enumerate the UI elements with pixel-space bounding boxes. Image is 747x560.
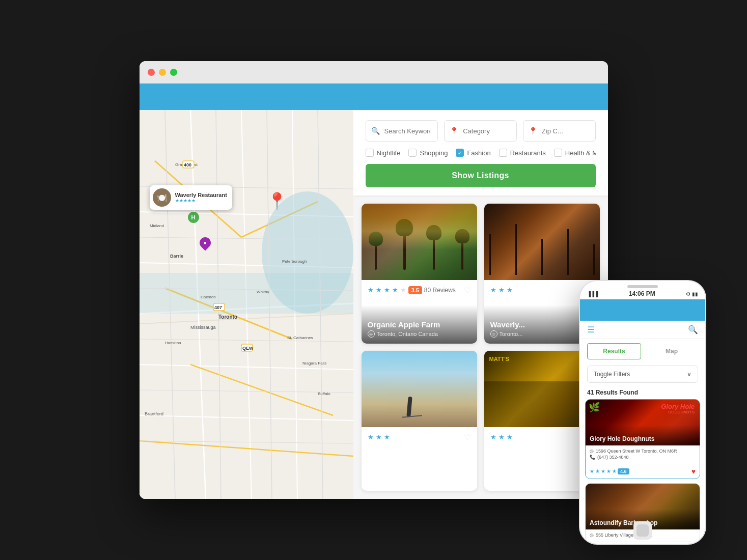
map-pin-purple[interactable]: ■ [200,237,211,248]
phone-tabs: Results Map [580,339,705,363]
filter-row: Nightlife Shopping ✓ Fashion Restaurants [366,149,596,157]
tab-results[interactable]: Results [587,343,641,359]
minimize-button[interactable] [159,69,166,76]
svg-text:Brantford: Brantford [145,411,163,416]
listing-title-apple-farm: Organic Apple Farm [368,320,471,329]
main-content: Gravenhurst Midland Barrie Caledon Toron… [140,110,608,499]
filter-fashion[interactable]: ✓ Fashion [456,149,490,157]
star-icon-empty: ★ [400,286,406,294]
app-header-bar [140,83,608,110]
star-icon: ★ [392,286,398,294]
svg-text:Niagara Falls: Niagara Falls [302,361,326,366]
star-icon: ★ [490,286,496,294]
filter-health-label: Health & Med... [565,149,596,157]
phone-star-icon: ★ [595,468,600,474]
phone-nav: ☰ 🔍 [580,321,705,339]
zip-input-wrapper: 📍 [523,120,596,142]
tab-map[interactable]: Map [645,343,698,359]
hamburger-icon[interactable]: ☰ [587,325,594,334]
svg-rect-18 [140,273,353,314]
phone-icon: 📞 [590,455,595,460]
star-icon: ★ [499,286,505,294]
close-button[interactable] [148,69,155,76]
map-svg: Gravenhurst Midland Barrie Caledon Toron… [140,110,353,499]
phone-listing-card-glory[interactable]: Glory Hole DOUGHNUTS 🌿 Glory Hole Doughn… [585,399,700,479]
svg-text:Hamilton: Hamilton [165,341,181,345]
listing-footer-bike: ★ ★ ★ ♡ [362,427,477,447]
filter-nightlife[interactable]: Nightlife [366,149,401,157]
filter-fashion-checkbox[interactable]: ✓ [456,149,464,157]
phone-time: 14:06 PM [629,290,655,297]
phone-search-icon[interactable]: 🔍 [688,325,698,334]
right-panel: 🔍 📍 📍 Nightlife [353,110,608,499]
rating-badge: 3.5 [408,286,422,294]
map-popup: 🍽️ Waverly Restaurant ★★★★★ [150,185,232,210]
heart-icon[interactable]: ♡ [464,432,471,442]
show-listings-button[interactable]: Show Listings [366,164,596,187]
keyword-input-wrapper: 🔍 [366,120,438,142]
phone-star-icon: ★ [590,468,594,474]
map-popup-info: Waverly Restaurant ★★★★★ [175,192,227,203]
filter-nightlife-label: Nightlife [377,149,401,157]
phone-listing-title-glory: Glory Hole Doughnuts [590,435,696,442]
listing-image-apple-farm [362,204,477,280]
phone-star-icon: ★ [606,468,611,474]
star-icon: ★ [499,433,505,441]
star-icon: ★ [368,433,374,441]
phone-status-bar: ▐▐▐ 14:06 PM ⚙ ▮▮ [580,288,705,299]
listing-stars-apple-farm: ★ ★ ★ ★ ★ 3.5 80 Reviews [368,286,456,294]
filter-nightlife-checkbox[interactable] [366,149,374,157]
svg-text:Caledon: Caledon [201,295,216,299]
phone-star-icon: ★ [612,468,617,474]
star-icon: ★ [384,286,390,294]
search-row: 🔍 📍 📍 [366,120,596,142]
filter-restaurants-checkbox[interactable] [499,149,507,157]
svg-text:Buffalo: Buffalo [318,391,330,396]
star-icon: ★ [384,433,390,441]
search-icon: 🔍 [371,127,380,135]
filter-restaurants[interactable]: Restaurants [499,149,546,157]
mac-window: Gravenhurst Midland Barrie Caledon Toron… [140,61,608,499]
svg-text:407: 407 [214,305,222,310]
phone-header [580,299,705,321]
listing-card-bike[interactable]: ★ ★ ★ ♡ [362,351,477,491]
phone-listing-info-glory: ◎ 1596 Queen Street W Toronto, ON M6R 📞 … [586,445,700,464]
filter-health-checkbox[interactable] [554,149,562,157]
phone-listing-footer-glory: ★ ★ ★ ★ ★ 4.6 ♥ [586,464,700,479]
filter-restaurants-label: Restaurants [510,149,546,157]
results-count: 41 Results Found [580,387,705,399]
listing-card[interactable]: Organic Apple Farm ◎ Toronto, Ontario Ca… [362,204,477,344]
search-area: 🔍 📍 📍 Nightlife [353,110,608,195]
star-icon: ★ [368,286,374,294]
filter-shopping-checkbox[interactable] [408,149,417,157]
filter-health[interactable]: Health & Med... [554,149,596,157]
review-count: 80 Reviews [424,287,456,294]
heart-icon[interactable]: ♡ [464,285,471,295]
listing-image-waverly [484,204,600,280]
chevron-down-icon: ∨ [687,371,691,378]
svg-text:400: 400 [184,162,191,167]
map-pin-blue[interactable]: 📍 [267,191,287,211]
map-background: Gravenhurst Midland Barrie Caledon Toron… [140,110,353,499]
listing-image-bike [362,351,477,427]
svg-text:Barrie: Barrie [170,254,183,259]
location-icon: 📍 [450,127,458,135]
listings-grid: Organic Apple Farm ◎ Toronto, Ontario Ca… [353,195,608,499]
phone-heart-icon[interactable]: ♥ [691,467,696,475]
star-icon: ★ [507,286,513,294]
toggle-filters-button[interactable]: Toggle Filters ∨ [587,366,698,383]
svg-text:Midland: Midland [150,223,164,228]
listing-stars-last: ★ ★ ★ [490,433,513,441]
phone-stars-glory: ★ ★ ★ ★ ★ 4.6 [590,468,629,474]
maximize-button[interactable] [170,69,177,76]
phone-listing-image-glory: Glory Hole DOUGHNUTS 🌿 Glory Hole Doughn… [586,400,700,445]
phone-home-button[interactable] [633,521,652,540]
svg-text:St. Catharines: St. Catharines [287,335,313,340]
phone-listing-phone-row: 📞 (647) 352-4848 [590,455,696,460]
filter-shopping[interactable]: Shopping [408,149,448,157]
phone-battery-icon: ⚙ ▮▮ [686,291,698,297]
location-dot-icon: ◎ [368,330,375,338]
star-icon: ★ [507,433,513,441]
listing-location-apple-farm: ◎ Toronto, Ontario Canada [368,330,471,338]
map-pin-green[interactable]: H [188,212,199,223]
